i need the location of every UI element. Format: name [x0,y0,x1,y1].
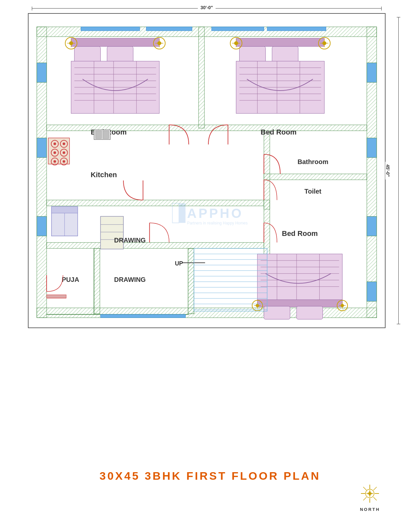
svg-text:PUJA: PUJA [62,276,79,283]
north-compass: NORTH [359,483,381,512]
svg-rect-7 [37,63,47,82]
svg-rect-115 [52,207,78,213]
svg-line-159 [373,497,377,500]
svg-rect-18 [47,200,264,206]
dim-width-label: 30'-0" [198,5,216,10]
svg-rect-23 [188,248,194,314]
svg-text:Toilet: Toilet [304,188,322,195]
svg-rect-84 [95,131,101,139]
svg-rect-12 [367,216,377,236]
svg-text:Kitchen: Kitchen [91,171,117,179]
svg-text:DRAWING: DRAWING [114,276,146,283]
svg-rect-21 [94,248,100,314]
svg-rect-85 [103,131,109,139]
svg-rect-46 [236,38,325,47]
page: 30'-0" 45'-0" [0,0,420,525]
svg-point-80 [53,160,56,163]
svg-rect-8 [37,138,47,158]
svg-text:Bathroom: Bathroom [298,158,328,165]
svg-rect-147 [267,27,326,31]
svg-rect-145 [146,27,192,31]
svg-rect-48 [272,47,298,63]
svg-rect-102 [257,300,342,307]
svg-rect-144 [81,27,140,31]
svg-text:Partners in realising Happy Ho: Partners in realising Happy Homes [187,221,247,225]
dimension-right: 45'-0" [388,17,401,324]
svg-line-158 [363,487,367,490]
svg-rect-26 [107,47,133,63]
svg-point-72 [53,142,56,145]
svg-rect-146 [212,27,264,31]
svg-rect-140 [47,295,66,298]
svg-text:UP: UP [175,260,183,267]
svg-point-76 [53,151,56,154]
svg-rect-11 [367,138,377,158]
svg-line-160 [373,487,377,490]
floor-plan-frame: 30'-0" 45'-0" [28,13,386,328]
north-label: NORTH [359,507,381,512]
svg-rect-17 [264,174,367,180]
svg-rect-25 [74,47,101,63]
svg-rect-10 [367,63,377,82]
dim-height-label: 45'-0" [385,162,390,179]
svg-text:DRAWING: DRAWING [114,237,146,244]
svg-rect-9 [37,216,47,236]
dimension-top: 30'-0" [32,6,382,12]
svg-text:Bed Room: Bed Room [282,229,318,238]
svg-rect-103 [264,306,290,319]
plan-title: 30X45 3BHK FIRST FLOOR PLAN [0,470,420,482]
svg-rect-16 [264,131,270,209]
svg-marker-150 [179,211,185,215]
svg-point-74 [63,142,65,145]
svg-rect-47 [240,47,266,63]
svg-rect-117 [100,216,123,249]
svg-rect-13 [367,282,377,302]
svg-point-82 [63,160,65,163]
compass-svg [359,483,381,504]
svg-rect-104 [297,306,323,319]
svg-rect-24 [71,38,159,47]
svg-rect-93 [257,254,342,301]
svg-line-161 [363,497,367,500]
svg-rect-126 [194,248,267,311]
svg-rect-20 [47,242,264,248]
svg-point-78 [63,151,65,154]
svg-text:Bed Room: Bed Room [261,128,296,136]
svg-text:APPHO: APPHO [187,206,243,220]
floor-plan-svg: Bed Room Bed Room [29,14,385,327]
svg-marker-151 [172,203,179,223]
svg-point-164 [368,492,371,495]
svg-rect-15 [199,27,204,128]
svg-rect-148 [100,314,185,318]
